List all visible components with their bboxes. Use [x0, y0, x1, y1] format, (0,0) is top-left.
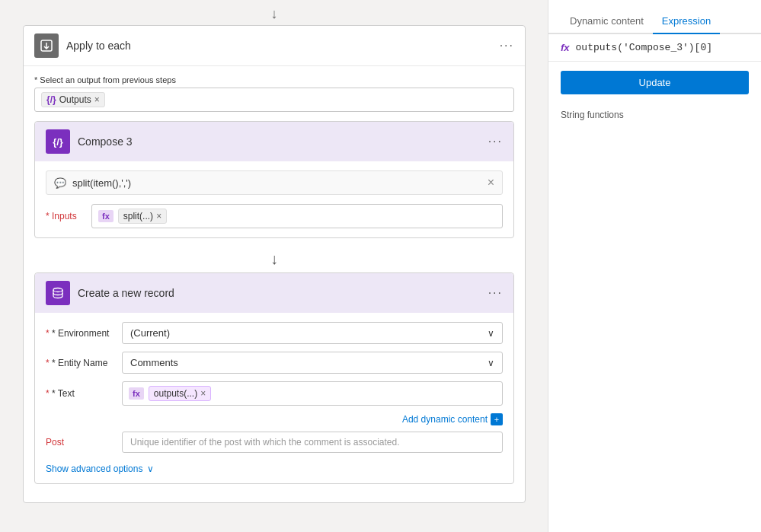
- entity-chevron: ∨: [488, 358, 494, 368]
- environment-value: (Current): [130, 327, 170, 339]
- create-record-title: Create a new record: [78, 287, 174, 299]
- entity-select[interactable]: Comments ∨: [122, 352, 503, 374]
- show-advanced-label: Show advanced options: [46, 464, 142, 474]
- environment-select[interactable]: (Current) ∨: [122, 322, 503, 344]
- environment-row: * * Environment (Current) ∨: [46, 322, 503, 344]
- tab-expression[interactable]: Expression: [653, 9, 720, 34]
- create-record-card: Create a new record ··· * * Environment …: [34, 272, 514, 484]
- text-token-fx: fx: [129, 387, 144, 400]
- compose3-menu-dots[interactable]: ···: [488, 135, 503, 148]
- compose3-icon: {/}: [46, 129, 70, 154]
- show-advanced-toggle[interactable]: Show advanced options ∨: [46, 460, 503, 474]
- compose3-split-token: split(...) ×: [118, 209, 167, 224]
- add-dynamic-link[interactable]: Add dynamic content +: [402, 413, 503, 425]
- create-record-icon: [46, 281, 70, 305]
- compose3-close[interactable]: ×: [488, 176, 494, 190]
- outputs-token-input[interactable]: {/} Outputs ×: [34, 88, 514, 112]
- entity-value: Comments: [130, 357, 178, 368]
- compose3-card: {/} Compose 3 ··· 💬 split(item(),',') × …: [34, 121, 514, 238]
- environment-chevron: ∨: [488, 328, 494, 339]
- apply-to-each-header: Apply to each ···: [24, 26, 525, 66]
- environment-label: * * Environment: [46, 328, 122, 339]
- panel-fx-label: fx: [561, 42, 570, 53]
- text-token-close[interactable]: ×: [200, 388, 206, 399]
- add-dynamic-row: Add dynamic content +: [46, 413, 503, 425]
- inner-connector-arrow: ↓: [34, 246, 514, 272]
- tab-dynamic-content[interactable]: Dynamic content: [561, 9, 653, 34]
- compose3-split-close[interactable]: ×: [156, 211, 161, 221]
- post-input[interactable]: Unique identifier of the post with which…: [122, 432, 503, 453]
- compose3-expression-row: 💬 split(item(),',') ×: [46, 170, 503, 195]
- text-token-input[interactable]: fx outputs(...) ×: [122, 381, 503, 406]
- speech-bubble-icon: 💬: [54, 177, 66, 189]
- svg-point-1: [53, 288, 62, 292]
- outputs-token-label: Outputs: [59, 94, 91, 105]
- compose3-input-row: * Inputs fx split(...) ×: [46, 204, 503, 228]
- add-dynamic-plus-icon: +: [491, 413, 503, 425]
- apply-to-each-card: Apply to each ··· * Select an output fro…: [23, 25, 526, 503]
- post-placeholder: Unique identifier of the post with which…: [130, 437, 400, 448]
- apply-body: * Select an output from previous steps {…: [24, 66, 525, 121]
- create-body: * * Environment (Current) ∨ * * Entity N…: [35, 313, 513, 483]
- entity-label: * * Entity Name: [46, 358, 122, 368]
- text-token-label: outputs(...): [154, 388, 197, 399]
- outputs-token-icon: {/}: [46, 94, 56, 105]
- text-row: * * Text fx outputs(...) ×: [46, 381, 503, 406]
- create-record-header: Create a new record ···: [35, 273, 513, 313]
- text-token: outputs(...) ×: [149, 386, 211, 401]
- compose3-inputs-field[interactable]: fx split(...) ×: [91, 204, 503, 228]
- compose3-title: Compose 3: [78, 135, 133, 148]
- apply-title: Apply to each: [66, 40, 131, 52]
- add-dynamic-label: Add dynamic content: [402, 414, 488, 425]
- create-header-left: Create a new record: [46, 281, 174, 305]
- text-label: * * Text: [46, 388, 122, 399]
- outputs-token: {/} Outputs ×: [41, 92, 105, 107]
- post-row: Post Unique identifier of the post with …: [46, 432, 503, 453]
- panel-tabs: Dynamic content Expression: [548, 0, 761, 34]
- create-record-menu-dots[interactable]: ···: [488, 286, 503, 300]
- show-advanced-chevron: ∨: [147, 464, 154, 474]
- panel-fx-row: fx: [548, 34, 761, 62]
- string-functions-title: String functions: [548, 104, 761, 126]
- top-connector-arrow: ↓: [23, 0, 526, 25]
- expression-input[interactable]: [576, 42, 749, 53]
- compose3-inputs-label: * Inputs: [46, 211, 84, 221]
- compose3-header-left: {/} Compose 3: [46, 129, 133, 154]
- right-panel: Dynamic content Expression fx Update Str…: [548, 0, 761, 532]
- compose3-token-fx: fx: [98, 210, 114, 222]
- entity-name-row: * * Entity Name Comments ∨: [46, 352, 503, 374]
- apply-menu-dots[interactable]: ···: [500, 39, 514, 53]
- compose3-split-label: split(...): [123, 211, 153, 221]
- compose3-expression: split(item(),','): [72, 177, 488, 189]
- post-label: Post: [46, 437, 122, 448]
- compose3-header: {/} Compose 3 ···: [35, 122, 513, 161]
- main-area: ↓ Apply to each ··· * Select an output f…: [0, 0, 548, 532]
- update-button[interactable]: Update: [561, 71, 749, 94]
- outputs-token-close[interactable]: ×: [94, 94, 100, 105]
- apply-to-each-icon: [34, 33, 59, 58]
- compose3-body: 💬 split(item(),',') × * Inputs fx split(…: [35, 161, 513, 237]
- apply-header-left: Apply to each: [34, 33, 131, 58]
- select-output-label: * Select an output from previous steps: [34, 75, 514, 84]
